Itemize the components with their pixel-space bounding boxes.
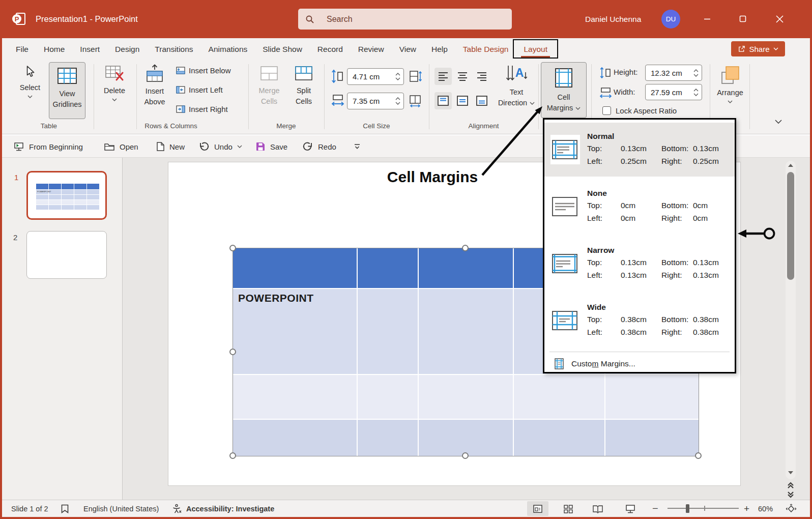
delete-button[interactable]: Delete — [100, 65, 129, 101]
table-cell[interactable] — [605, 375, 699, 419]
new-button[interactable]: New — [156, 135, 185, 158]
spinner-arrows[interactable] — [693, 69, 699, 77]
zoom-in-button[interactable]: + — [744, 500, 749, 517]
search-input[interactable] — [326, 14, 470, 24]
split-cells-button[interactable]: Split Cells — [289, 65, 318, 107]
table-cell[interactable]: POWERPOINT — [233, 289, 357, 374]
tab-view[interactable]: View — [392, 38, 424, 60]
arrange-button[interactable]: Arrange — [712, 64, 748, 103]
table-cell[interactable] — [233, 248, 357, 288]
table-cell[interactable] — [514, 420, 604, 456]
avatar[interactable]: DU — [661, 10, 680, 28]
scroll-down-icon[interactable] — [787, 470, 794, 475]
table-cell[interactable] — [514, 375, 604, 419]
normal-view-button[interactable] — [527, 501, 548, 516]
zoom-slider-thumb[interactable] — [686, 504, 689, 513]
tab-help[interactable]: Help — [424, 38, 455, 60]
resize-handle-bottom-left[interactable] — [229, 452, 236, 459]
distribute-columns-button[interactable] — [409, 95, 422, 108]
table-cell[interactable] — [419, 420, 513, 456]
cell-margins-button[interactable]: Cell Margins — [541, 62, 587, 118]
previous-slide-button[interactable] — [787, 481, 795, 489]
tab-layout[interactable]: Layout — [516, 38, 555, 60]
scrollbar-thumb[interactable] — [787, 172, 794, 280]
resize-handle-middle-left[interactable] — [229, 349, 236, 355]
tab-table-design[interactable]: Table Design — [455, 38, 516, 60]
qat-overflow-button[interactable] — [353, 135, 361, 158]
align-bottom-button[interactable] — [473, 92, 490, 109]
redo-button[interactable]: Redo — [302, 135, 336, 158]
menu-item-none[interactable]: None Top:0cmBottom:0cm Left:0cmRight:0cm — [544, 180, 735, 234]
slide-counter[interactable]: Slide 1 of 2 — [11, 500, 48, 517]
insert-right-button[interactable]: Insert Right — [176, 105, 228, 113]
table-cell[interactable] — [419, 248, 513, 288]
insert-above-button[interactable]: Insert Above — [137, 64, 172, 107]
resize-handle-top-middle[interactable] — [462, 245, 469, 251]
table-cell[interactable] — [419, 289, 513, 374]
undo-button[interactable]: Undo — [198, 135, 242, 158]
insert-left-button[interactable]: Insert Left — [176, 85, 223, 94]
distribute-rows-button[interactable] — [409, 70, 422, 83]
minimize-button[interactable] — [696, 9, 718, 29]
close-button[interactable] — [768, 9, 791, 29]
collapse-ribbon-button[interactable] — [774, 119, 782, 124]
table-cell[interactable] — [233, 375, 357, 419]
align-top-button[interactable] — [434, 92, 452, 109]
table-width-field[interactable]: 27.59 cm — [645, 84, 702, 100]
tab-home[interactable]: Home — [36, 38, 72, 60]
zoom-level[interactable]: 60% — [758, 500, 773, 517]
tab-animations[interactable]: Animations — [201, 38, 255, 60]
resize-handle-bottom-middle[interactable] — [462, 452, 469, 459]
scroll-up-icon[interactable] — [787, 163, 794, 168]
slide-sorter-button[interactable] — [558, 501, 579, 516]
slide-thumbnail-1[interactable]: POWERPOINT — [26, 171, 107, 220]
table-height-field[interactable]: 12.32 cm — [645, 65, 702, 81]
tab-review[interactable]: Review — [351, 38, 392, 60]
tab-insert[interactable]: Insert — [72, 38, 107, 60]
table-cell[interactable] — [233, 420, 357, 456]
slide-thumbnail-2[interactable] — [26, 231, 107, 279]
table-cell[interactable] — [605, 420, 699, 456]
chevron-down-icon[interactable] — [237, 145, 242, 148]
table-cell-text[interactable]: POWERPOINT — [238, 292, 314, 304]
table-cell[interactable] — [358, 248, 418, 288]
from-beginning-button[interactable]: From Beginning — [13, 135, 83, 158]
align-center-button[interactable] — [454, 68, 471, 85]
table-cell[interactable] — [358, 375, 418, 419]
lock-aspect-ratio-checkbox[interactable] — [602, 106, 611, 115]
resize-handle-bottom-right[interactable] — [695, 452, 702, 459]
tab-record[interactable]: Record — [310, 38, 351, 60]
tab-design[interactable]: Design — [107, 38, 147, 60]
align-right-button[interactable] — [473, 68, 490, 85]
align-middle-button[interactable] — [454, 92, 471, 109]
zoom-out-button[interactable]: − — [652, 500, 658, 517]
menu-item-normal[interactable]: Normal Top:0.13cmBottom:0.13cm Left:0.25… — [544, 123, 735, 177]
select-button[interactable]: Select — [15, 65, 45, 98]
spinner-arrows[interactable] — [395, 97, 400, 105]
search-box[interactable] — [298, 9, 512, 30]
tab-transitions[interactable]: Transitions — [147, 38, 200, 60]
share-button[interactable]: Share — [731, 41, 785, 56]
merge-cells-button[interactable]: Merge Cells — [253, 65, 285, 107]
insert-below-button[interactable]: Insert Below — [176, 66, 231, 75]
resize-handle-top-left[interactable] — [229, 245, 236, 251]
fit-to-window-button[interactable] — [780, 501, 802, 516]
language-status[interactable]: English (United States) — [83, 500, 159, 517]
maximize-button[interactable] — [732, 9, 754, 29]
reading-view-button[interactable] — [587, 501, 608, 516]
cell-margins-annotation-text[interactable]: Cell Margins — [371, 168, 494, 186]
table-cell[interactable] — [358, 289, 418, 374]
table-cell[interactable] — [419, 375, 513, 419]
account-name[interactable]: Daniel Uchenna — [585, 0, 641, 38]
spinner-arrows[interactable] — [395, 73, 400, 80]
custom-margins-item[interactable]: Custom Margins... — [544, 354, 735, 373]
table-cell[interactable] — [358, 420, 418, 456]
spinner-arrows[interactable] — [693, 89, 699, 96]
align-left-button[interactable] — [434, 68, 452, 85]
zoom-slider-track[interactable] — [668, 508, 739, 509]
tab-slide-show[interactable]: Slide Show — [255, 38, 310, 60]
save-button[interactable]: Save — [255, 135, 287, 158]
open-button[interactable]: Open — [104, 135, 138, 158]
menu-item-narrow[interactable]: Narrow Top:0.13cmBottom:0.13cm Left:0.13… — [544, 237, 735, 291]
text-direction-button[interactable]: A Text Direction — [495, 64, 538, 108]
